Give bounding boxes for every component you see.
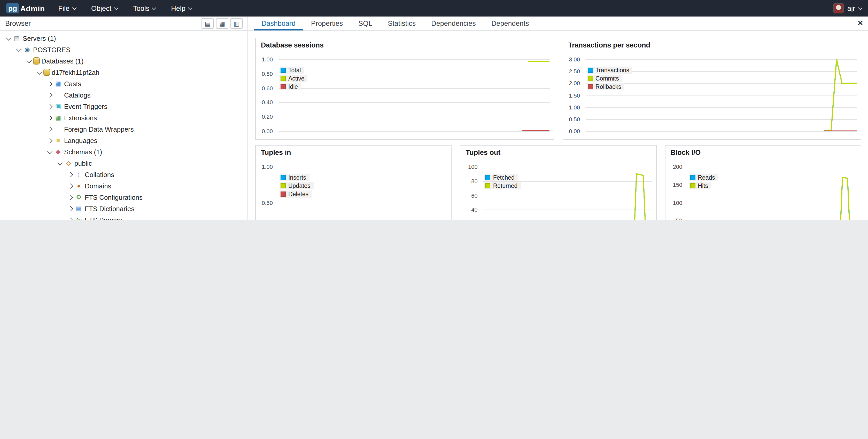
chevron-right-icon[interactable] [45,139,54,142]
tree-item-event-triggers[interactable]: Event Triggers [0,101,247,112]
tree-item-fts-parsers[interactable]: FTS Parsers [0,214,247,220]
series-line-reads [836,177,857,220]
legend-item-updates: Updates [280,182,314,190]
chevron-down-icon[interactable] [4,37,12,39]
tree-item-fts-configurations[interactable]: FTS Configurations [0,192,247,203]
tab-dependencies[interactable]: Dependencies [424,16,484,30]
tree-item-casts[interactable]: Casts [0,78,247,89]
tree-item-catalogs[interactable]: Catalogs [0,89,247,101]
chevron-right-icon[interactable] [45,127,54,131]
foreign-data-wrappers-icon [54,125,63,133]
legend-swatch [281,175,286,180]
tree-item-label: public [74,159,92,167]
legend-swatch [281,76,286,81]
username: ajr [847,4,855,12]
menu-object-label: Object [91,4,111,12]
menu-help-label: Help [171,4,185,12]
legend-swatch [588,68,593,73]
tree-item-collations[interactable]: Collations [0,169,247,180]
chevron-down-icon [72,5,76,10]
tree-item-label: Schemas (1) [64,148,102,156]
legend-item-idle: Idle [280,83,301,90]
y-axis-tick: 200 [673,164,683,170]
legend-label: Returned [493,183,518,189]
main-tabstrip: DashboardPropertiesSQLStatisticsDependen… [247,16,537,30]
chevron-right-icon[interactable] [45,104,54,108]
pgadmin-logo[interactable]: pg Admin [6,3,45,13]
legend-item-transactions: Transactions [587,67,632,74]
chevron-right-icon[interactable] [66,173,74,176]
y-axis: 1.000.500.00 [256,167,275,220]
menu-help[interactable]: Help [171,4,192,12]
chevron-down-icon [152,5,156,10]
pgadmin-window: pg Admin FileObjectToolsHelp ajr Browser… [0,0,868,220]
tree-item-domains[interactable]: Domains [0,180,247,192]
y-axis-tick: 150 [673,182,683,188]
y-axis-tick: 100 [673,200,683,206]
tree-item-fts-dictionaries[interactable]: FTS Dictionaries [0,203,247,214]
tree-item-foreign-data-wrappers[interactable]: Foreign Data Wrappers [0,123,247,135]
chevron-down-icon[interactable] [14,48,23,51]
tab-dashboard[interactable]: Dashboard [254,16,303,30]
legend-label: Deletes [288,191,308,197]
tree-item-postgres[interactable]: POSTGRES [0,44,247,55]
chart-panel-database_sessions: Database sessions1.000.800.600.400.200.0… [255,38,554,140]
chevron-down-icon[interactable] [56,162,64,164]
menu-file[interactable]: File [58,4,76,12]
tree-item-extensions[interactable]: Extensions [0,112,247,123]
gridline [278,131,550,132]
languages-icon [54,136,63,144]
tab-sql[interactable]: SQL [350,16,380,30]
menu-tools[interactable]: Tools [133,4,156,12]
chevron-down-icon[interactable] [45,150,54,153]
schemas-icon [54,147,63,156]
legend-label: Updates [288,183,311,189]
y-axis-tick: 3.00 [569,56,580,63]
chevron-right-icon[interactable] [66,207,74,210]
tree-item-schemas-1[interactable]: Schemas (1) [0,146,247,158]
menu-object[interactable]: Object [91,4,118,12]
plot-area: FetchedReturned [483,167,652,220]
chevron-right-icon[interactable] [66,218,74,220]
legend-swatch [281,192,286,197]
chevron-right-icon[interactable] [66,195,74,199]
chart-panel-block_io: Block I/O200150100500ReadsHits [665,145,861,220]
tree-item-label: Foreign Data Wrappers [64,125,134,133]
plot-area: TotalActiveIdle [278,59,550,131]
chevron-right-icon[interactable] [66,184,74,188]
series-line-returned [626,174,652,220]
tree-item-label: POSTGRES [33,46,70,54]
catalogs-icon [54,91,63,99]
chevron-down-icon[interactable] [25,60,33,62]
y-axis-tick: 100 [468,164,478,170]
tree-item-databases-1[interactable]: Databases (1) [0,55,247,67]
browser-tool-server-tree-icon[interactable]: ▤ [202,18,214,29]
tab-statistics[interactable]: Statistics [380,16,424,30]
legend-item-hits: Hits [689,182,711,190]
legend-swatch [281,183,286,189]
chart-panel-tuples_out: Tuples out100806040200FetchedReturned [460,145,657,220]
y-axis-tick: 0.80 [262,71,273,77]
tree-item-servers-1[interactable]: Servers (1) [0,33,247,44]
browser-tool-grid-view-icon[interactable]: ▦ [216,18,228,29]
tree-item-public[interactable]: public [0,158,247,169]
browser-tool-filter-view-icon[interactable]: ▥ [230,18,243,29]
user-menu[interactable]: ajr [833,3,862,13]
chevron-down-icon[interactable] [35,71,43,73]
chevron-right-icon[interactable] [45,116,54,120]
schema-icon [64,159,73,167]
fts-configurations-icon [74,193,83,201]
tab-properties[interactable]: Properties [303,16,350,30]
close-panel-icon[interactable]: × [858,19,863,27]
object-tree: Servers (1)POSTGRESDatabases (1)d17fekh1… [0,31,247,220]
gridline [586,131,857,132]
tree-item-languages[interactable]: Languages [0,135,247,146]
y-axis: 100806040200 [461,167,480,220]
extensions-icon [54,113,63,122]
tab-dependents[interactable]: Dependents [484,16,537,30]
chevron-right-icon[interactable] [45,82,54,86]
chart-legend: TransactionsCommitsRollbacks [587,67,632,90]
tree-item-d17fekh11pf2ah[interactable]: d17fekh11pf2ah [0,67,247,78]
y-axis-tick: 80 [471,178,478,184]
chevron-right-icon[interactable] [45,93,54,97]
